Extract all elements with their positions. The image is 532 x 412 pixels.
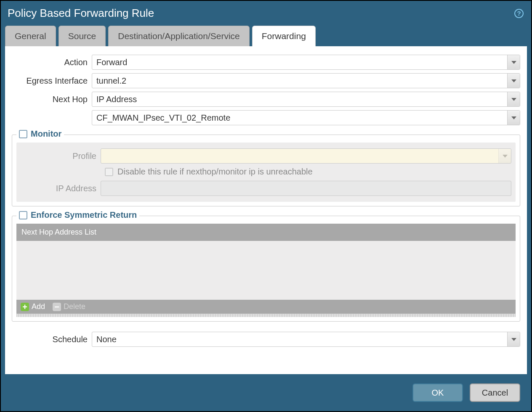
select-nexthop[interactable]: IP Address bbox=[92, 92, 520, 107]
tab-forwarding[interactable]: Forwarding bbox=[252, 26, 316, 46]
select-egress[interactable]: tunnel.2 bbox=[92, 73, 520, 88]
row-nexthop: Next Hop IP Address bbox=[12, 92, 520, 107]
chevron-down-icon bbox=[498, 149, 511, 163]
help-icon[interactable]: ? bbox=[514, 9, 524, 18]
titlebar: Policy Based Forwarding Rule ? bbox=[1, 1, 531, 26]
row-disable-rule: Disable this rule if nexthop/monitor ip … bbox=[105, 167, 511, 177]
delete-label: Delete bbox=[64, 302, 85, 311]
fieldset-monitor: Monitor Profile Disable this rule if nex… bbox=[12, 135, 520, 206]
row-egress: Egress Interface tunnel.2 bbox=[12, 73, 520, 88]
label-egress: Egress Interface bbox=[12, 76, 92, 86]
monitor-inner: Profile Disable this rule if nexthop/mon… bbox=[16, 143, 516, 202]
grid-body bbox=[16, 241, 516, 300]
dialog-footer: OK Cancel bbox=[1, 374, 531, 411]
nexthop-list-grid: Next Hop Address List + Add − Delete bbox=[16, 224, 516, 317]
legend-symmetric: Enforce Symmetric Return bbox=[16, 210, 139, 220]
resize-handle[interactable] bbox=[16, 314, 516, 317]
label-monitor-ip: IP Address bbox=[21, 184, 101, 193]
legend-symmetric-label: Enforce Symmetric Return bbox=[31, 210, 137, 220]
delete-button: − Delete bbox=[53, 302, 85, 311]
row-schedule: Schedule None bbox=[12, 332, 520, 347]
grid-header: Next Hop Address List bbox=[16, 224, 516, 241]
add-label: Add bbox=[32, 302, 45, 311]
select-schedule-value: None bbox=[92, 335, 507, 344]
dialog-title: Policy Based Forwarding Rule bbox=[8, 7, 154, 20]
chevron-down-icon[interactable] bbox=[507, 55, 520, 69]
label-profile: Profile bbox=[21, 151, 101, 161]
chevron-down-icon[interactable] bbox=[507, 332, 520, 346]
tab-destination[interactable]: Destination/Application/Service bbox=[108, 26, 250, 46]
input-monitor-ip bbox=[101, 181, 511, 196]
legend-monitor: Monitor bbox=[16, 129, 64, 139]
select-egress-value: tunnel.2 bbox=[92, 76, 507, 86]
checkbox-monitor[interactable] bbox=[19, 130, 27, 138]
chevron-down-icon[interactable] bbox=[507, 92, 520, 106]
plus-icon: + bbox=[21, 303, 29, 311]
legend-monitor-label: Monitor bbox=[31, 129, 61, 139]
checkbox-disable-rule bbox=[105, 168, 113, 176]
cancel-button[interactable]: Cancel bbox=[470, 383, 520, 402]
tab-bar: General Source Destination/Application/S… bbox=[1, 26, 531, 46]
select-schedule[interactable]: None bbox=[92, 332, 520, 347]
row-action: Action Forward bbox=[12, 55, 520, 70]
row-monitor-ip: IP Address bbox=[21, 181, 511, 196]
select-profile bbox=[101, 148, 511, 164]
forwarding-panel: Action Forward Egress Interface tunnel.2… bbox=[5, 46, 527, 374]
select-nexthop-target[interactable]: CF_MWAN_IPsec_VTI_02_Remote bbox=[92, 110, 520, 125]
ok-button[interactable]: OK bbox=[412, 383, 463, 402]
add-button[interactable]: + Add bbox=[21, 302, 45, 311]
label-disable-rule: Disable this rule if nexthop/monitor ip … bbox=[117, 167, 313, 177]
fieldset-symmetric: Enforce Symmetric Return Next Hop Addres… bbox=[12, 216, 520, 322]
select-nexthop-value: IP Address bbox=[92, 95, 507, 104]
chevron-down-icon[interactable] bbox=[507, 111, 520, 125]
select-action[interactable]: Forward bbox=[92, 55, 520, 70]
label-action: Action bbox=[12, 58, 92, 67]
tab-source[interactable]: Source bbox=[59, 26, 106, 46]
row-profile: Profile bbox=[21, 148, 511, 164]
select-nexthop-target-value: CF_MWAN_IPsec_VTI_02_Remote bbox=[92, 113, 507, 123]
select-action-value: Forward bbox=[92, 58, 507, 67]
checkbox-symmetric[interactable] bbox=[19, 211, 27, 219]
tab-general[interactable]: General bbox=[5, 26, 56, 46]
chevron-down-icon[interactable] bbox=[507, 74, 520, 88]
minus-icon: − bbox=[53, 303, 61, 311]
grid-toolbar: + Add − Delete bbox=[16, 300, 516, 314]
label-nexthop: Next Hop bbox=[12, 95, 92, 104]
row-nexthop-target: CF_MWAN_IPsec_VTI_02_Remote bbox=[12, 110, 520, 125]
label-schedule: Schedule bbox=[12, 335, 92, 344]
dialog-window: Policy Based Forwarding Rule ? General S… bbox=[1, 1, 531, 411]
